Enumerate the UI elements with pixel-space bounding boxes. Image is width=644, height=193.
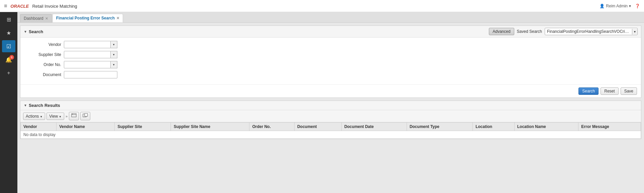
supplier-site-input-group: ▾ [64, 51, 117, 58]
app-layout: ⊞ ★ ☑ 🔔 6 + Dashboard ✕ Financial Postin… [0, 12, 644, 193]
help-icon[interactable]: ❓ [635, 4, 640, 8]
actions-label: Actions [26, 114, 39, 119]
sidebar-icon-grid[interactable]: ⊞ [2, 13, 15, 25]
saved-search-label: Saved Search [517, 29, 542, 34]
user-avatar-icon: 👤 [600, 4, 605, 8]
oracle-logo-text: ORACLE [10, 4, 29, 9]
document-label: Document [27, 72, 64, 77]
content-area: ▼ Search Advanced Saved Search Financial… [17, 23, 644, 193]
svg-rect-0 [72, 114, 76, 117]
tab-dashboard[interactable]: Dashboard ✕ [20, 14, 52, 22]
user-dropdown-icon[interactable] [629, 4, 631, 8]
view-button[interactable]: View [46, 113, 64, 120]
export-icon [71, 113, 77, 118]
col-document-type: Document Type [407, 123, 472, 131]
col-supplier-site: Supplier Site [115, 123, 171, 131]
results-title-text: Search Results [29, 103, 60, 108]
header-right: 👤 Reim Admin ❓ [600, 4, 640, 8]
order-no-dropdown-btn[interactable]: ▾ [111, 61, 117, 68]
supplier-site-row: Supplier Site ▾ [27, 51, 634, 58]
tab-financial-posting-close[interactable]: ✕ [116, 16, 119, 20]
results-panel: ▼ Search Results Actions View » [20, 101, 641, 139]
svg-rect-4 [85, 114, 88, 116]
sidebar-icon-bell[interactable]: 🔔 6 [2, 54, 15, 66]
search-button[interactable]: Search [578, 87, 599, 95]
actions-dropdown-icon [40, 114, 42, 119]
sidebar-icon-star[interactable]: ★ [2, 27, 15, 39]
search-panel-header: ▼ Search Advanced Saved Search Financial… [20, 26, 641, 38]
search-panel-title: ▼ Search [24, 29, 43, 34]
export-icon-btn[interactable] [69, 112, 79, 120]
search-panel: ▼ Search Advanced Saved Search Financial… [20, 25, 641, 98]
vendor-dropdown-btn[interactable]: ▾ [111, 41, 117, 48]
top-header: ≡ ORACLE Retail Invoice Matching 👤 Reim … [0, 0, 644, 12]
sidebar-icon-plus[interactable]: + [2, 67, 15, 79]
reset-button[interactable]: Reset [601, 87, 618, 95]
search-collapse-icon[interactable]: ▼ [24, 30, 27, 34]
search-panel-body: Vendor ▾ Supplier Site ▾ [20, 38, 641, 84]
saved-search-arrow-icon[interactable]: ▾ [632, 29, 637, 35]
view-label: View [49, 114, 58, 119]
user-name: Reim Admin [606, 4, 628, 8]
vendor-label: Vendor [27, 42, 64, 47]
form-actions: Search Reset Save [20, 84, 641, 98]
view-dropdown-icon [59, 114, 62, 119]
actions-button[interactable]: Actions [23, 113, 45, 120]
no-data-message: No data to display [21, 131, 641, 139]
no-data-row: No data to display [21, 131, 641, 139]
results-panel-title: ▼ Search Results [24, 103, 60, 108]
advanced-button[interactable]: Advanced [489, 28, 514, 35]
sidebar: ⊞ ★ ☑ 🔔 6 + [0, 12, 17, 193]
notification-badge: 6 [9, 55, 14, 60]
header-row: Vendor Vendor Name Supplier Site Supplie… [21, 123, 641, 131]
col-order-no: Order No. [249, 123, 295, 131]
col-error-message: Error Message [578, 123, 641, 131]
detach-icon-btn[interactable] [80, 112, 90, 120]
results-table: Vendor Vendor Name Supplier Site Supplie… [20, 122, 641, 139]
results-collapse-icon[interactable]: ▼ [24, 104, 27, 107]
search-panel-header-right: Advanced Saved Search FinancialPostingEr… [489, 28, 638, 35]
tab-dashboard-close[interactable]: ✕ [45, 16, 48, 21]
document-input[interactable] [64, 71, 117, 78]
order-no-label: Order No. [27, 62, 64, 67]
order-no-input-group: ▾ [64, 61, 117, 68]
results-table-body: No data to display [21, 131, 641, 139]
results-toolbar: Actions View » [20, 110, 641, 122]
supplier-site-dropdown-btn[interactable]: ▾ [111, 51, 117, 58]
detach-icon [83, 113, 88, 118]
supplier-site-input[interactable] [64, 51, 111, 58]
tab-dashboard-label: Dashboard [24, 16, 43, 21]
results-table-header: Vendor Vendor Name Supplier Site Supplie… [21, 123, 641, 131]
order-no-input[interactable] [64, 61, 111, 68]
search-title-text: Search [29, 29, 43, 34]
col-vendor-name: Vendor Name [57, 123, 115, 131]
saved-search-value: FinancialPostingErrorHandlingSearchVOCri… [545, 28, 632, 35]
document-row: Document [27, 71, 634, 78]
vendor-row: Vendor ▾ [27, 41, 634, 48]
col-location-name: Location Name [514, 123, 578, 131]
col-document-date: Document Date [341, 123, 407, 131]
vendor-input-group: ▾ [64, 41, 117, 48]
hamburger-menu[interactable]: ≡ [4, 3, 7, 9]
saved-search-dropdown[interactable]: FinancialPostingErrorHandlingSearchVOCri… [545, 28, 638, 35]
col-document: Document [294, 123, 341, 131]
sidebar-icon-tasks[interactable]: ☑ [2, 40, 15, 52]
tab-financial-posting[interactable]: Financial Posting Error Search ✕ [52, 14, 123, 22]
save-button[interactable]: Save [621, 87, 637, 95]
tab-financial-posting-label: Financial Posting Error Search [56, 16, 115, 20]
supplier-site-label: Supplier Site [27, 52, 64, 57]
more-actions-icon[interactable]: » [66, 114, 68, 118]
col-supplier-site-name: Supplier Site Name [171, 123, 249, 131]
app-title: Retail Invoice Matching [32, 4, 77, 9]
main-content: Dashboard ✕ Financial Posting Error Sear… [17, 12, 644, 193]
col-location: Location [473, 123, 515, 131]
results-panel-header: ▼ Search Results [20, 101, 641, 110]
oracle-logo: ORACLE Retail Invoice Matching [10, 3, 77, 9]
user-info[interactable]: 👤 Reim Admin [600, 4, 631, 8]
header-left: ≡ ORACLE Retail Invoice Matching [4, 3, 77, 9]
col-vendor: Vendor [21, 123, 57, 131]
tab-bar: Dashboard ✕ Financial Posting Error Sear… [17, 12, 644, 23]
order-no-row: Order No. ▾ [27, 61, 634, 68]
vendor-input[interactable] [64, 41, 111, 48]
